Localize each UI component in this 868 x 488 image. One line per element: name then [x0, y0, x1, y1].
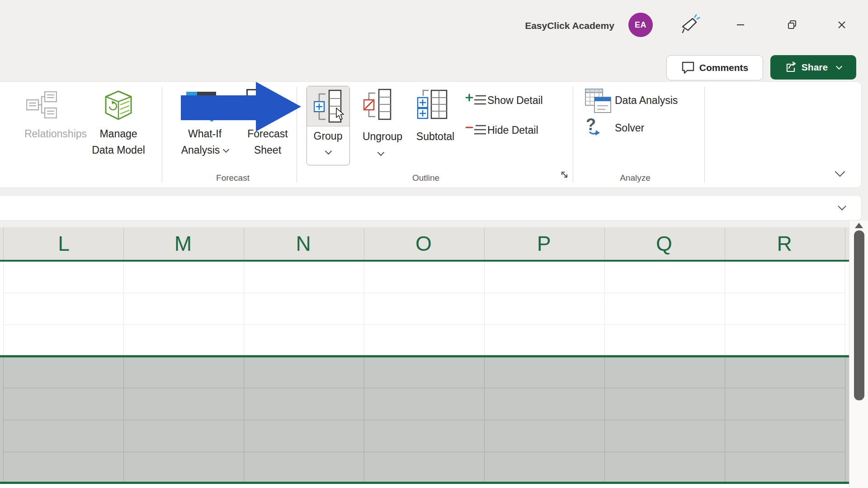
share-label: Share [802, 62, 828, 73]
outline-group-label: Outline [390, 173, 462, 183]
manage-data-model-button[interactable]: Manage Data Model [81, 88, 156, 160]
forecast-sheet-label-line2: Sheet [231, 143, 304, 157]
what-if-dropdown-icon[interactable] [223, 146, 229, 153]
account-name: EasyClick Academy [515, 19, 624, 33]
mouse-cursor [335, 108, 346, 123]
hide-detail-icon [466, 123, 486, 139]
group-dropdown-icon[interactable] [325, 148, 332, 155]
formula-bar[interactable] [0, 195, 862, 221]
solver-icon: ? [584, 116, 604, 138]
column-header-row: L M N O P Q R [0, 227, 849, 262]
manage-data-model-label-line1: Manage [82, 127, 155, 141]
ungroup-dropdown-icon[interactable] [377, 149, 385, 156]
column-header-N[interactable]: N [244, 227, 363, 260]
show-detail-icon [466, 94, 486, 109]
column-header-R[interactable]: R [725, 227, 844, 260]
group-button[interactable]: Group [307, 86, 350, 165]
share-icon [785, 61, 797, 73]
minimize-button[interactable] [729, 14, 752, 36]
gridlines [3, 262, 846, 355]
subtotal-icon [417, 89, 448, 122]
megaphone-icon[interactable] [678, 13, 702, 35]
data-analysis-label: Data Analysis [615, 94, 678, 107]
title-bar: EasyClick Academy EA [0, 0, 868, 51]
show-detail-button[interactable]: Show Detail [462, 89, 558, 111]
relationships-icon [26, 91, 57, 120]
scrollbar-thumb[interactable] [854, 230, 864, 400]
column-header-P[interactable]: P [484, 227, 604, 260]
spreadsheet-cells-below-selection[interactable] [0, 484, 849, 488]
avatar-initials: EA [635, 20, 646, 30]
what-if-label-line2: Analysis [169, 143, 241, 157]
relationships-button[interactable]: Relationships [14, 88, 72, 146]
ungroup-button[interactable]: Ungroup [359, 87, 406, 162]
restore-button[interactable] [780, 14, 804, 36]
subtotal-label: Subtotal [408, 130, 462, 143]
data-model-icon [104, 90, 133, 123]
analyze-group-label: Analyze [599, 173, 671, 183]
svg-text:?: ? [586, 116, 596, 134]
outline-dialog-launcher-icon[interactable] [561, 171, 571, 182]
solver-button[interactable]: ? Solver [581, 116, 672, 139]
scroll-up-icon[interactable] [855, 223, 863, 228]
hide-detail-label: Hide Detail [487, 123, 538, 137]
close-button[interactable] [830, 14, 854, 36]
ribbon-separator [704, 87, 705, 183]
ungroup-label: Ungroup [355, 130, 410, 143]
comments-label: Comments [699, 62, 749, 73]
column-header-Q[interactable]: Q [604, 227, 724, 260]
hide-detail-button[interactable]: Hide Detail [462, 119, 558, 141]
excel-window: EasyClick Academy EA [0, 0, 868, 488]
vertical-scrollbar[interactable] [849, 221, 868, 488]
column-header-L[interactable]: L [4, 227, 123, 260]
spreadsheet-cells-unselected[interactable] [0, 262, 849, 355]
spreadsheet-cells-selected-rows[interactable] [0, 357, 849, 482]
comments-button[interactable]: Comments [666, 55, 763, 80]
column-header-M[interactable]: M [123, 227, 243, 260]
avatar[interactable]: EA [628, 13, 653, 37]
gridlines [3, 357, 846, 482]
subtotal-button[interactable]: Subtotal [411, 87, 459, 162]
solver-label: Solver [615, 121, 644, 135]
show-detail-label: Show Detail [487, 94, 543, 107]
group-label: Group [307, 129, 349, 143]
annotation-arrow [180, 81, 303, 134]
data-analysis-button[interactable]: Data Analysis [581, 88, 690, 113]
ribbon-separator [573, 87, 573, 183]
comment-bubble-icon [681, 61, 695, 74]
data-analysis-icon [585, 89, 612, 116]
forecast-group-label: Forecast [197, 173, 269, 183]
share-chevron-icon[interactable] [836, 63, 842, 70]
manage-data-model-label-line2: Data Model [82, 143, 155, 157]
ribbon-separator [162, 87, 162, 183]
ungroup-icon [363, 89, 392, 123]
column-header-O[interactable]: O [364, 227, 483, 260]
share-button[interactable]: Share [770, 55, 856, 80]
